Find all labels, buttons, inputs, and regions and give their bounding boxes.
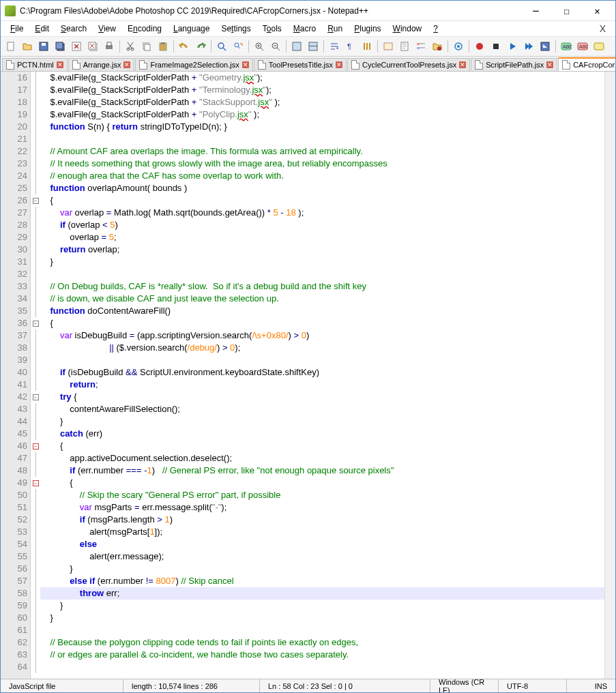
menu-language[interactable]: Language	[168, 23, 215, 35]
replace-icon[interactable]	[231, 39, 246, 54]
tab-toolpresetstitle-jsx[interactable]: ToolPresetsTitle.jsx✕	[254, 58, 347, 71]
status-length: length : 10,574 lines : 286	[123, 679, 260, 692]
document-icon	[72, 60, 80, 70]
tab-arrange-jsx[interactable]: Arrange.jsx✕	[68, 58, 135, 71]
menu-encoding[interactable]: Encoding	[122, 23, 167, 35]
function-list-icon[interactable]	[413, 39, 428, 54]
spellcheck-1-icon[interactable]: ABC	[559, 39, 574, 54]
document-icon	[258, 60, 266, 70]
svg-rect-4	[56, 42, 63, 49]
save-all-icon[interactable]	[53, 39, 68, 54]
menu-macro[interactable]: Macro	[288, 23, 321, 35]
minimize-button[interactable]: ─	[520, 1, 551, 20]
close-file-icon[interactable]	[69, 39, 84, 54]
tab-scriptfilepath-jsx[interactable]: ScriptFilePath.jsx✕	[471, 58, 557, 71]
tab-close-icon[interactable]: ✕	[242, 61, 249, 68]
print-icon[interactable]	[102, 39, 117, 54]
tab-cafcropcorners[interactable]: CAFcropCorners✕	[558, 57, 615, 71]
open-file-icon[interactable]	[20, 39, 35, 54]
wordwrap-icon[interactable]	[327, 39, 342, 54]
save-macro-icon[interactable]	[538, 39, 553, 54]
menu-run[interactable]: Run	[322, 23, 348, 35]
tab-label: ToolPresetsTitle.jsx	[269, 61, 333, 69]
spellcheck-2-icon[interactable]: ABC	[575, 39, 590, 54]
tab-frameimage2selection-jsx[interactable]: FrameImage2Selection.jsx✕	[135, 58, 252, 71]
spellcheck-3-icon[interactable]	[591, 39, 606, 54]
svg-point-34	[476, 43, 483, 50]
play-multi-icon[interactable]	[521, 39, 536, 54]
menu-help[interactable]: ?	[428, 23, 443, 35]
tab-label: FrameImage2Selection.jsx	[150, 61, 239, 69]
play-macro-icon[interactable]	[505, 39, 520, 54]
menu-tools[interactable]: Tools	[257, 23, 287, 35]
document-icon	[351, 60, 360, 70]
menu-window[interactable]: Window	[387, 23, 428, 35]
svg-rect-35	[493, 44, 499, 49]
stop-macro-icon[interactable]	[488, 39, 503, 54]
document-icon	[139, 60, 147, 70]
vertical-scrollbar[interactable]	[604, 72, 615, 679]
status-encoding: UTF-8	[499, 679, 567, 692]
tab-close-icon[interactable]: ✕	[123, 61, 130, 68]
show-all-chars-icon[interactable]: ¶	[343, 39, 358, 54]
code-area[interactable]: $.evalFile(g_StackScriptFolderPath + "Ge…	[40, 72, 615, 679]
status-bar: JavaScript file length : 10,574 lines : …	[1, 679, 615, 692]
save-icon[interactable]	[36, 39, 51, 54]
tab-cyclecurrenttoolpresets-jsx[interactable]: CycleCurrentToolPresets.jsx✕	[347, 58, 470, 71]
svg-rect-30	[417, 47, 420, 49]
fold-toggle-icon[interactable]: −	[33, 480, 39, 486]
cut-icon[interactable]	[123, 39, 138, 54]
tab-close-icon[interactable]: ✕	[546, 61, 553, 68]
svg-point-31	[437, 46, 441, 50]
svg-text:¶: ¶	[347, 42, 351, 50]
svg-rect-29	[417, 43, 420, 45]
doc-map-icon[interactable]	[397, 39, 412, 54]
zoom-out-icon[interactable]	[268, 39, 283, 54]
menu-file[interactable]: File	[5, 23, 29, 35]
record-macro-icon[interactable]	[472, 39, 487, 54]
fold-toggle-icon[interactable]: −	[33, 321, 39, 327]
menu-settings[interactable]: Settings	[216, 23, 256, 35]
close-button[interactable]: ✕	[582, 1, 613, 20]
app-icon	[5, 5, 16, 16]
fold-toggle-icon[interactable]: −	[33, 443, 39, 449]
svg-rect-28	[402, 48, 405, 48]
document-icon	[475, 60, 483, 70]
menu-search[interactable]: Search	[55, 23, 92, 35]
maximize-button[interactable]: ☐	[551, 1, 582, 20]
monitor-icon[interactable]	[451, 39, 466, 54]
code-editor[interactable]: 1617181920212223242526272829303132333435…	[1, 72, 615, 679]
svg-rect-26	[402, 44, 407, 44]
copy-icon[interactable]	[139, 39, 154, 54]
undo-icon[interactable]	[177, 39, 192, 54]
close-all-icon[interactable]	[85, 39, 100, 54]
menu-close-x[interactable]: X	[594, 23, 611, 34]
menu-plugins[interactable]: Plugins	[349, 23, 386, 35]
svg-text:ABC: ABC	[579, 44, 588, 49]
tab-label: CAFcropCorners	[573, 61, 615, 69]
indent-guide-icon[interactable]	[360, 39, 375, 54]
menu-edit[interactable]: Edit	[29, 23, 55, 35]
redo-icon[interactable]	[193, 39, 208, 54]
tab-close-icon[interactable]: ✕	[336, 61, 342, 68]
tab-label: CycleCurrentToolPresets.jsx	[362, 61, 456, 69]
menu-view[interactable]: View	[93, 23, 121, 35]
new-file-icon[interactable]	[3, 39, 18, 54]
paste-icon[interactable]	[156, 39, 171, 54]
status-language: JavaScript file	[1, 679, 123, 692]
svg-text:ABC: ABC	[563, 44, 572, 49]
fold-column[interactable]: −−−−−	[31, 72, 40, 679]
find-icon[interactable]	[214, 39, 229, 54]
document-icon	[562, 60, 570, 70]
tab-pctn-html[interactable]: PCTN.html✕	[2, 58, 68, 71]
lang-icon[interactable]	[381, 39, 396, 54]
tab-close-icon[interactable]: ✕	[459, 61, 466, 68]
sync-v-icon[interactable]	[289, 39, 304, 54]
sync-h-icon[interactable]	[306, 39, 321, 54]
fold-toggle-icon[interactable]: −	[33, 198, 39, 204]
folder-workspace-icon[interactable]	[430, 39, 445, 54]
tab-close-icon[interactable]: ✕	[57, 61, 63, 68]
zoom-in-icon[interactable]	[252, 39, 267, 54]
toolbar: ¶ ABC ABC	[1, 36, 615, 57]
fold-toggle-icon[interactable]: −	[33, 394, 39, 400]
